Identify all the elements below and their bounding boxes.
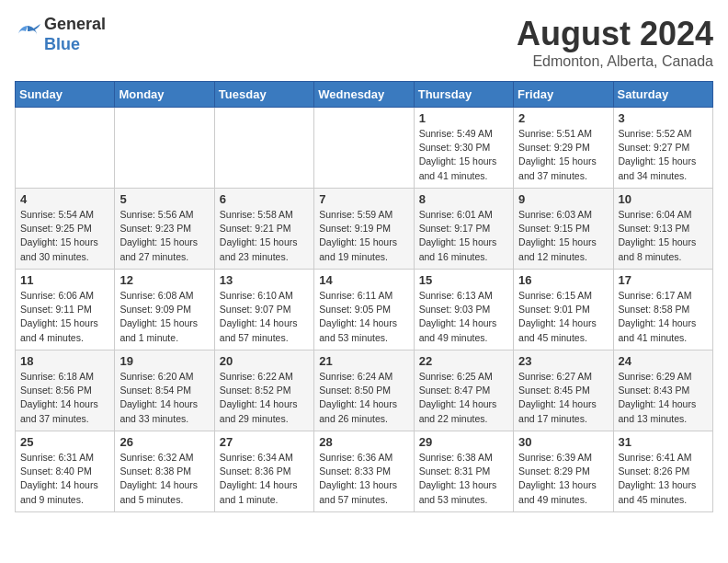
day-number: 11	[20, 273, 109, 287]
day-number: 30	[518, 435, 608, 449]
calendar-cell: 13Sunrise: 6:10 AMSunset: 9:07 PMDayligh…	[214, 270, 313, 350]
day-number: 28	[319, 435, 408, 449]
day-info: Sunrise: 5:52 AMSunset: 9:27 PMDaylight:…	[619, 127, 708, 183]
day-info: Sunrise: 5:49 AMSunset: 9:30 PMDaylight:…	[419, 127, 508, 183]
calendar-cell: 6Sunrise: 5:58 AMSunset: 9:21 PMDaylight…	[214, 189, 313, 270]
day-number: 17	[619, 273, 708, 287]
weekday-header-thursday: Thursday	[414, 82, 513, 108]
day-info: Sunrise: 6:03 AMSunset: 9:15 PMDaylight:…	[518, 208, 608, 264]
calendar-cell: 30Sunrise: 6:39 AMSunset: 8:29 PMDayligh…	[514, 431, 613, 512]
calendar-cell: 8Sunrise: 6:01 AMSunset: 9:17 PMDaylight…	[414, 189, 513, 270]
day-number: 24	[619, 354, 708, 368]
calendar-cell: 3Sunrise: 5:52 AMSunset: 9:27 PMDaylight…	[613, 108, 712, 189]
calendar-cell: 12Sunrise: 6:08 AMSunset: 9:09 PMDayligh…	[115, 270, 214, 350]
logo-text: General Blue	[44, 15, 106, 54]
calendar-week-1: 1Sunrise: 5:49 AMSunset: 9:30 PMDaylight…	[16, 108, 713, 189]
day-info: Sunrise: 6:34 AMSunset: 8:36 PMDaylight:…	[220, 451, 309, 507]
calendar-cell: 16Sunrise: 6:15 AMSunset: 9:01 PMDayligh…	[514, 270, 613, 350]
day-info: Sunrise: 5:59 AMSunset: 9:19 PMDaylight:…	[319, 208, 408, 264]
day-number: 9	[518, 192, 608, 206]
day-number: 14	[319, 273, 408, 287]
calendar-cell	[16, 108, 115, 189]
day-info: Sunrise: 6:39 AMSunset: 8:29 PMDaylight:…	[518, 451, 608, 507]
calendar-week-2: 4Sunrise: 5:54 AMSunset: 9:25 PMDaylight…	[16, 189, 713, 270]
calendar-cell: 5Sunrise: 5:56 AMSunset: 9:23 PMDaylight…	[115, 189, 214, 270]
weekday-header-monday: Monday	[115, 82, 214, 108]
title-block: August 2024 Edmonton, Alberta, Canada	[517, 15, 713, 70]
logo-blue: Blue	[44, 35, 80, 53]
day-info: Sunrise: 5:56 AMSunset: 9:23 PMDaylight:…	[119, 208, 209, 264]
day-info: Sunrise: 6:41 AMSunset: 8:26 PMDaylight:…	[619, 451, 708, 507]
calendar-cell	[214, 108, 313, 189]
calendar-cell: 1Sunrise: 5:49 AMSunset: 9:30 PMDaylight…	[414, 108, 513, 189]
day-info: Sunrise: 6:25 AMSunset: 8:47 PMDaylight:…	[419, 370, 508, 426]
calendar-cell: 26Sunrise: 6:32 AMSunset: 8:38 PMDayligh…	[115, 431, 214, 512]
day-number: 22	[419, 354, 508, 368]
calendar-cell: 19Sunrise: 6:20 AMSunset: 8:54 PMDayligh…	[115, 350, 214, 431]
calendar-cell: 10Sunrise: 6:04 AMSunset: 9:13 PMDayligh…	[613, 189, 712, 270]
calendar-cell	[115, 108, 214, 189]
day-number: 1	[419, 111, 508, 125]
day-info: Sunrise: 6:22 AMSunset: 8:52 PMDaylight:…	[220, 370, 309, 426]
calendar-week-5: 25Sunrise: 6:31 AMSunset: 8:40 PMDayligh…	[16, 431, 713, 512]
day-number: 4	[20, 192, 109, 206]
logo: General Blue	[15, 15, 106, 54]
day-number: 10	[619, 192, 708, 206]
day-info: Sunrise: 6:06 AMSunset: 9:11 PMDaylight:…	[20, 289, 109, 345]
day-info: Sunrise: 5:54 AMSunset: 9:25 PMDaylight:…	[20, 208, 109, 264]
day-number: 2	[518, 111, 608, 125]
day-info: Sunrise: 6:11 AMSunset: 9:05 PMDaylight:…	[319, 289, 408, 345]
day-number: 27	[220, 435, 309, 449]
day-number: 6	[220, 192, 309, 206]
day-info: Sunrise: 6:15 AMSunset: 9:01 PMDaylight:…	[518, 289, 608, 345]
day-info: Sunrise: 6:29 AMSunset: 8:43 PMDaylight:…	[619, 370, 708, 426]
calendar-week-3: 11Sunrise: 6:06 AMSunset: 9:11 PMDayligh…	[16, 270, 713, 350]
day-number: 20	[220, 354, 309, 368]
calendar-cell: 4Sunrise: 5:54 AMSunset: 9:25 PMDaylight…	[16, 189, 115, 270]
calendar-cell: 29Sunrise: 6:38 AMSunset: 8:31 PMDayligh…	[414, 431, 513, 512]
day-number: 26	[119, 435, 209, 449]
day-info: Sunrise: 5:58 AMSunset: 9:21 PMDaylight:…	[220, 208, 309, 264]
calendar-cell	[314, 108, 414, 189]
page-header: General Blue August 2024 Edmonton, Alber…	[15, 15, 713, 70]
calendar-cell: 22Sunrise: 6:25 AMSunset: 8:47 PMDayligh…	[414, 350, 513, 431]
calendar-cell: 25Sunrise: 6:31 AMSunset: 8:40 PMDayligh…	[16, 431, 115, 512]
day-number: 18	[20, 354, 109, 368]
month-year-title: August 2024	[517, 15, 713, 53]
day-number: 5	[119, 192, 209, 206]
calendar-cell: 27Sunrise: 6:34 AMSunset: 8:36 PMDayligh…	[214, 431, 313, 512]
day-info: Sunrise: 6:04 AMSunset: 9:13 PMDaylight:…	[619, 208, 708, 264]
day-info: Sunrise: 6:27 AMSunset: 8:45 PMDaylight:…	[518, 370, 608, 426]
day-info: Sunrise: 6:31 AMSunset: 8:40 PMDaylight:…	[20, 451, 109, 507]
day-info: Sunrise: 6:36 AMSunset: 8:33 PMDaylight:…	[319, 451, 408, 507]
calendar-cell: 28Sunrise: 6:36 AMSunset: 8:33 PMDayligh…	[314, 431, 414, 512]
calendar-cell: 31Sunrise: 6:41 AMSunset: 8:26 PMDayligh…	[613, 431, 712, 512]
logo-bird-icon	[15, 22, 40, 48]
day-number: 23	[518, 354, 608, 368]
day-info: Sunrise: 6:24 AMSunset: 8:50 PMDaylight:…	[319, 370, 408, 426]
location-subtitle: Edmonton, Alberta, Canada	[517, 53, 713, 70]
day-info: Sunrise: 6:20 AMSunset: 8:54 PMDaylight:…	[119, 370, 209, 426]
calendar-cell: 24Sunrise: 6:29 AMSunset: 8:43 PMDayligh…	[613, 350, 712, 431]
calendar-cell: 20Sunrise: 6:22 AMSunset: 8:52 PMDayligh…	[214, 350, 313, 431]
day-info: Sunrise: 6:18 AMSunset: 8:56 PMDaylight:…	[20, 370, 109, 426]
day-info: Sunrise: 5:51 AMSunset: 9:29 PMDaylight:…	[518, 127, 608, 183]
day-number: 12	[119, 273, 209, 287]
day-number: 16	[518, 273, 608, 287]
weekday-header-tuesday: Tuesday	[214, 82, 313, 108]
logo-general: General	[44, 15, 106, 33]
weekday-header-saturday: Saturday	[613, 82, 712, 108]
calendar-cell: 15Sunrise: 6:13 AMSunset: 9:03 PMDayligh…	[414, 270, 513, 350]
day-info: Sunrise: 6:17 AMSunset: 8:58 PMDaylight:…	[619, 289, 708, 345]
day-number: 13	[220, 273, 309, 287]
calendar-cell: 21Sunrise: 6:24 AMSunset: 8:50 PMDayligh…	[314, 350, 414, 431]
day-number: 29	[419, 435, 508, 449]
calendar-cell: 11Sunrise: 6:06 AMSunset: 9:11 PMDayligh…	[16, 270, 115, 350]
day-number: 19	[119, 354, 209, 368]
day-number: 8	[419, 192, 508, 206]
day-number: 31	[619, 435, 708, 449]
calendar-week-4: 18Sunrise: 6:18 AMSunset: 8:56 PMDayligh…	[16, 350, 713, 431]
weekday-header-sunday: Sunday	[16, 82, 115, 108]
day-info: Sunrise: 6:10 AMSunset: 9:07 PMDaylight:…	[220, 289, 309, 345]
day-number: 21	[319, 354, 408, 368]
